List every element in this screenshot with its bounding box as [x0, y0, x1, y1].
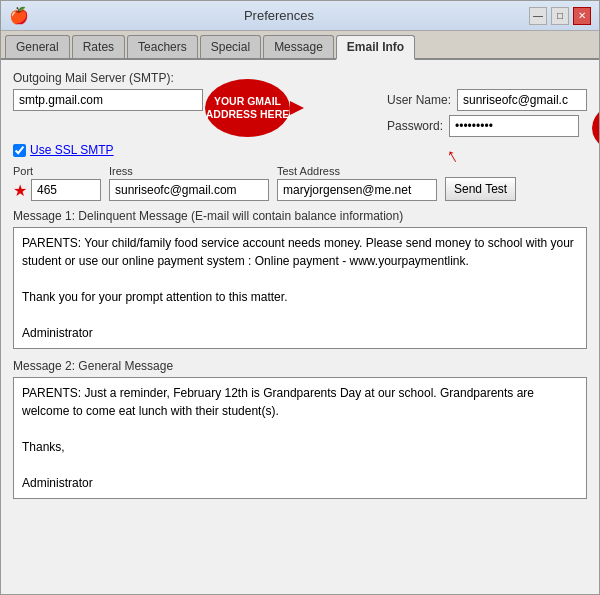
message2-box[interactable]: PARENTS: Just a reminder, February 12th …: [13, 377, 587, 499]
iress-input[interactable]: [109, 179, 269, 201]
fields-row: Port ★ Iress Test Address Send Test: [13, 165, 587, 201]
port-input[interactable]: [31, 179, 101, 201]
callout-arrow-1: [290, 101, 304, 115]
main-window: 🍎 Preferences — □ ✕ General Rates Teache…: [0, 0, 600, 595]
username-row: User Name:: [387, 89, 587, 111]
tab-general[interactable]: General: [5, 35, 70, 58]
apple-icon: 🍎: [9, 6, 29, 25]
smtp-label: Outgoing Mail Server (SMTP):: [13, 71, 174, 85]
test-address-input[interactable]: [277, 179, 437, 201]
tab-special[interactable]: Special: [200, 35, 261, 58]
message1-section: Message 1: Delinquent Message (E-mail wi…: [13, 209, 587, 349]
port-label: Port: [13, 165, 101, 177]
callout-gmail-password: YOUR GMAIL PASSWORD: [592, 99, 599, 157]
window-title: Preferences: [244, 8, 314, 23]
tab-bar: General Rates Teachers Special Message E…: [1, 31, 599, 60]
minimize-button[interactable]: —: [529, 7, 547, 25]
callout-gmail-address: YOUR GMAIL ADDRESS HERE: [205, 79, 290, 137]
test-address-label: Test Address: [277, 165, 437, 177]
username-label: User Name:: [387, 93, 451, 107]
password-input[interactable]: [449, 115, 579, 137]
window-controls: — □ ✕: [529, 7, 591, 25]
test-address-group: Test Address: [277, 165, 437, 201]
close-button[interactable]: ✕: [573, 7, 591, 25]
ssl-label[interactable]: Use SSL SMTP: [30, 143, 114, 157]
port-star: ★: [13, 181, 27, 200]
send-test-button[interactable]: Send Test: [445, 177, 516, 201]
password-row: Password:: [387, 115, 587, 137]
username-input[interactable]: [457, 89, 587, 111]
ssl-checkbox-row: Use SSL SMTP: [13, 143, 587, 157]
message2-section: Message 2: General Message PARENTS: Just…: [13, 359, 587, 499]
ssl-checkbox[interactable]: [13, 144, 26, 157]
message2-header: Message 2: General Message: [13, 359, 587, 373]
tab-message[interactable]: Message: [263, 35, 334, 58]
tab-rates[interactable]: Rates: [72, 35, 125, 58]
password-label: Password:: [387, 119, 443, 133]
tab-emailinfo[interactable]: Email Info: [336, 35, 415, 60]
port-group: Port ★: [13, 165, 101, 201]
message1-box[interactable]: PARENTS: Your child/family food service …: [13, 227, 587, 349]
iress-group: Iress: [109, 165, 269, 201]
iress-label: Iress: [109, 165, 269, 177]
message1-header: Message 1: Delinquent Message (E-mail wi…: [13, 209, 587, 223]
tab-teachers[interactable]: Teachers: [127, 35, 198, 58]
maximize-button[interactable]: □: [551, 7, 569, 25]
content-area: Outgoing Mail Server (SMTP): YOUR GMAIL …: [1, 60, 599, 594]
title-bar: 🍎 Preferences — □ ✕: [1, 1, 599, 31]
smtp-input[interactable]: [13, 89, 203, 111]
